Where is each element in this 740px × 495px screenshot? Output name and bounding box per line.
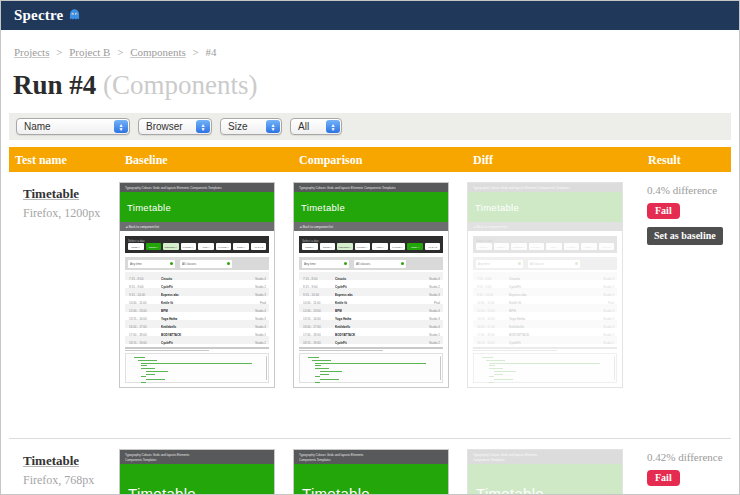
studio-text: Studio 4 — [255, 326, 266, 329]
time-text: 13:15 - 14:00 — [303, 318, 321, 321]
status-filter-select[interactable]: All ▲▼ — [290, 118, 342, 135]
studio-text: Pool — [608, 302, 614, 305]
green-dot-icon — [575, 262, 578, 265]
class-text: Express abs — [509, 294, 527, 297]
component-hero-title: Timetable — [294, 464, 448, 495]
status-filter-value: All — [298, 121, 309, 132]
day-selector-bar: Select a dayMondayTuesdayWednesdayThursd… — [473, 236, 617, 253]
time-filter-label: Any time — [130, 262, 142, 265]
time-text: 7:15 - 8:00 — [303, 278, 317, 281]
day-button-label: Sunday — [411, 245, 419, 248]
timetable-row: 18:15 - 19:00CycleFitStudio 2 — [125, 336, 269, 344]
day-button: Friday — [198, 243, 214, 250]
class-text: Kettle fit — [161, 302, 173, 305]
fail-status-badge: Fail — [647, 203, 680, 219]
class-text: BODYATTACK — [335, 334, 355, 337]
app-logo[interactable]: Spectre — [14, 7, 63, 24]
code-line — [494, 371, 515, 372]
code-line — [482, 357, 493, 358]
comparison-screenshot-thumbnail[interactable]: Typography Colours Grids and layouts Ele… — [293, 182, 449, 388]
code-scrollbar[interactable] — [440, 356, 442, 380]
back-to-components-bar: ◄ Back to component list — [120, 222, 274, 231]
test-name-link[interactable]: Timetable — [23, 186, 79, 201]
studio-text: Studio 4 — [603, 310, 614, 313]
day-button: Saturday — [390, 243, 406, 250]
class-text: Kettle fit — [509, 302, 521, 305]
code-line — [146, 379, 165, 380]
styleguide-nav-links: Typography Colours Grids and layouts Ele… — [299, 452, 374, 463]
code-line — [494, 379, 513, 380]
browser-filter-value: Browser — [146, 121, 183, 132]
set-as-baseline-button[interactable]: Set as baseline — [647, 227, 723, 245]
breadcrumb-separator: > — [56, 46, 62, 58]
studio-text: Studio 1 — [603, 334, 614, 337]
day-button: Thursday — [355, 243, 371, 250]
browser-filter-select[interactable]: Browser ▲▼ — [138, 118, 212, 135]
time-text: 16:00 - 17:00 — [303, 326, 321, 329]
test-name-link[interactable]: Timetable — [23, 453, 79, 468]
column-baseline: Baseline — [119, 147, 293, 172]
code-line — [486, 360, 505, 361]
time-text: 7:15 - 8:00 — [129, 278, 143, 281]
comparison-cell: Typography Colours Grids and layouts Ele… — [293, 182, 467, 388]
code-line — [320, 374, 329, 375]
diff-screenshot-thumbnail[interactable]: Typography Colours Grids and layouts Ele… — [467, 449, 623, 495]
styleguide-nav: Typography Colours Grids and layouts Ele… — [120, 183, 274, 192]
day-button-label: Monday — [131, 245, 140, 248]
timetable-row: 18:15 - 19:00CycleFitStudio 2 — [473, 336, 617, 344]
styleguide-nav: Typography Colours Grids and layouts Ele… — [120, 450, 274, 464]
day-button: Wednesday — [163, 243, 179, 250]
breadcrumb-components[interactable]: Components — [130, 46, 186, 58]
day-button: Sunday — [233, 243, 249, 250]
spectre-app-window: Spectre Projects > Project B > Component… — [0, 0, 740, 495]
comparison-screenshot-thumbnail[interactable]: Typography Colours Grids and layouts Ele… — [293, 449, 449, 495]
day-selector-label: Select a day — [128, 239, 197, 241]
code-scrollbar[interactable] — [614, 356, 616, 380]
studio-text: Studio 3 — [255, 294, 266, 297]
run-subtitle: (Components) — [103, 70, 258, 100]
day-button: All days — [251, 243, 267, 250]
results-table-body: TimetableFirefox, 1200pxTypography Colou… — [9, 172, 731, 495]
studio-text: Studio 4 — [255, 278, 266, 281]
studio-text: Studio 2 — [429, 286, 440, 289]
class-text: Kettle fit — [335, 302, 347, 305]
styleguide-nav-links: Typography Colours Grids and layouts Ele… — [299, 186, 396, 189]
time-text: 9:15 - 10:00 — [303, 294, 319, 297]
name-filter-select[interactable]: Name ▲▼ — [16, 118, 130, 135]
timetable-rows: 7:15 - 8:00CircuitsStudio 48:15 - 9:00Cy… — [125, 272, 269, 344]
code-line — [312, 360, 331, 361]
time-text: 16:00 - 17:00 — [477, 326, 495, 329]
day-selector-bar: Select a dayMondayTuesdayWednesdayThursd… — [125, 236, 269, 253]
day-button-label: Wednesday — [512, 245, 525, 248]
styleguide-nav-links: Typography Colours Grids and layouts Ele… — [473, 186, 570, 189]
code-line — [146, 371, 167, 372]
select-stepper-icon: ▲▼ — [326, 120, 340, 133]
day-button-label: Thursday — [183, 245, 194, 248]
studio-text: Pool — [260, 302, 266, 305]
day-button-label: Tuesday — [323, 245, 332, 248]
day-button: Sunday — [407, 243, 423, 250]
class-text: CycleFit — [509, 286, 521, 289]
diff-screenshot-thumbnail[interactable]: Typography Colours Grids and layouts Ele… — [467, 182, 623, 388]
code-scrollbar[interactable] — [266, 356, 268, 380]
breadcrumb-projects[interactable]: Projects — [14, 46, 49, 58]
breadcrumb-separator: > — [117, 46, 123, 58]
baseline-screenshot-thumbnail[interactable]: Typography Colours Grids and layouts Ele… — [119, 182, 275, 388]
green-dot-icon — [227, 262, 230, 265]
breadcrumb-project-b[interactable]: Project B — [69, 46, 110, 58]
select-stepper-icon: ▲▼ — [196, 120, 210, 133]
day-button-label: Monday — [479, 245, 488, 248]
day-button: Wednesday — [511, 243, 527, 250]
styleguide-nav-links: Typography Colours Grids and layouts Ele… — [125, 452, 200, 463]
size-filter-select[interactable]: Size ▲▼ — [220, 118, 282, 135]
day-button: Friday — [546, 243, 562, 250]
back-link-label: ◄ Back to component list — [299, 225, 333, 228]
difference-percentage: 0.4% difference — [647, 184, 731, 196]
breadcrumb-run-number: #4 — [205, 46, 216, 58]
baseline-screenshot-thumbnail[interactable]: Typography Colours Grids and layouts Ele… — [119, 449, 275, 495]
fail-status-badge: Fail — [647, 470, 680, 486]
diff-cell: Typography Colours Grids and layouts Ele… — [467, 449, 642, 495]
studio-text: Studio 3 — [429, 318, 440, 321]
studio-text: Studio 3 — [429, 294, 440, 297]
code-line — [141, 382, 146, 383]
